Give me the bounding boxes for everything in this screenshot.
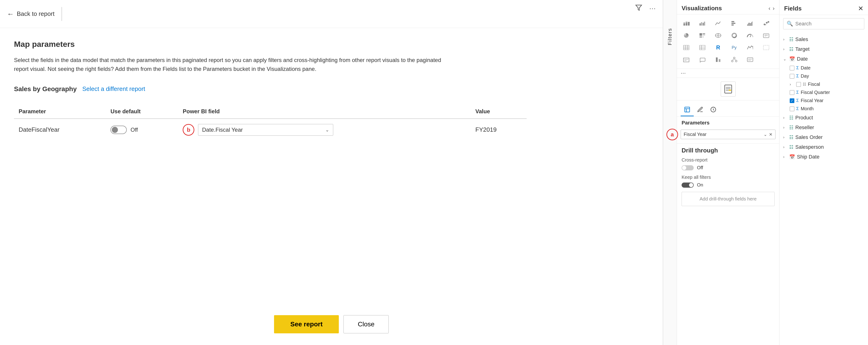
viz-icon-pie[interactable] [681,30,692,41]
params-field-remove[interactable]: ✕ [769,132,772,137]
field-item-day-label: Day [801,74,809,79]
select-different-report-link[interactable]: Select a different report [82,85,145,92]
parameters-field-row: a Fiscal Year ⌄ ✕ [681,130,775,139]
viz-icon-area-chart[interactable] [744,18,756,29]
cross-report-state: Off [697,165,703,170]
salesperson-group-name: Salesperson [795,144,824,150]
filter-icon[interactable] [635,4,642,13]
day-checkbox[interactable] [790,74,794,79]
back-to-report-button[interactable]: ← Back to report [7,10,55,18]
field-item-fiscal[interactable]: › ☷ Fiscal [779,80,868,88]
use-default-toggle[interactable] [111,126,127,134]
power-bi-field-dropdown[interactable]: Date.Fiscal Year ⌄ [198,124,333,136]
viz-icon-r[interactable]: R [713,42,724,53]
params-field-chevron[interactable]: ⌄ [764,132,767,137]
cross-report-thumb [682,166,686,170]
annotation-a: a [666,129,678,140]
svg-rect-6 [700,23,701,26]
parameters-section-title: Parameters [677,117,779,127]
viz-icon-ai[interactable] [713,54,724,65]
field-item-month-label: Month [801,106,814,111]
svg-rect-1 [683,24,685,25]
viz-icon-treemap[interactable] [697,30,708,41]
svg-rect-20 [703,35,705,36]
svg-rect-11 [732,23,736,24]
field-group-header-product[interactable]: › ☷ Product [779,113,868,123]
field-item-date[interactable]: Σ Date [779,64,868,72]
report-title-row: Sales by Geography Select a different re… [14,85,649,93]
viz-icon-table[interactable] [697,42,708,53]
tab-format[interactable] [694,103,707,116]
viz-icon-matrix[interactable] [681,42,692,53]
salesperson-table-icon: ☷ [789,144,794,150]
field-group-header-salesperson[interactable]: › ☷ Salesperson [779,142,868,152]
month-checkbox[interactable] [790,107,794,111]
keep-all-filters-toggle[interactable] [682,182,694,188]
sales-chevron-icon: › [783,37,787,41]
filters-sidebar: Filters [663,0,677,345]
svg-point-14 [764,24,765,25]
field-item-fiscal-quarter[interactable]: Σ Fiscal Quarter [779,88,868,96]
svg-rect-31 [683,45,689,50]
field-group-header-reseller[interactable]: › ☷ Reseller [779,123,868,133]
fiscal-checkbox[interactable] [796,82,801,87]
fiscal-quarter-checkbox[interactable] [790,90,794,95]
param-value: FY2019 [471,119,527,141]
viz-icon-python[interactable]: Py [728,42,740,53]
viz-icon-line-chart[interactable] [713,18,724,29]
reseller-group-name: Reseller [795,124,814,131]
col-header-value: Value [471,105,527,119]
viz-icon-smart-narrative[interactable] [744,54,756,65]
viz-nav-prev[interactable]: ‹ [769,5,770,12]
viz-more-dots[interactable]: ⋯ [677,69,779,78]
field-group-header-sales[interactable]: › ☷ Sales [779,34,868,44]
viz-icon-stacked-bar[interactable] [681,18,692,29]
target-table-icon: ☷ [789,47,794,52]
close-button[interactable]: Close [343,315,389,333]
search-icon: 🔍 [787,21,793,27]
fields-close-button[interactable]: ✕ [858,5,863,12]
viz-icon-decomp[interactable] [728,54,740,65]
svg-rect-36 [700,45,705,50]
fields-search-box[interactable]: 🔍 [783,18,864,29]
field-item-fiscal-year[interactable]: ✓ Σ Fiscal Year [779,96,868,105]
tab-analytics[interactable] [707,103,720,116]
cross-report-toggle[interactable] [682,165,694,170]
table-row: DateFiscalYear Off b [14,119,527,141]
viz-icon-custom[interactable] [744,42,756,53]
field-item-month[interactable]: Σ Month [779,105,868,113]
fiscal-hier-icon: ☷ [803,82,806,86]
more-options-icon[interactable]: ⋯ [649,5,656,12]
viz-icon-gauge[interactable] [744,30,756,41]
params-field-actions: ⌄ ✕ [764,132,772,137]
paginated-report-icon[interactable] [721,82,736,96]
search-input[interactable] [795,21,861,27]
viz-icon-card[interactable] [761,30,772,41]
viz-icon-qna[interactable] [697,54,708,65]
viz-icon-map[interactable] [713,30,724,41]
reseller-chevron-icon: › [783,125,787,130]
see-report-button[interactable]: See report [274,315,339,333]
viz-icon-scatter[interactable] [761,18,772,29]
field-group-header-date[interactable]: ⌄ 📅 Date [779,54,868,64]
product-chevron-icon: › [783,116,787,120]
date-checkbox[interactable] [790,66,794,70]
field-item-day[interactable]: Σ Day [779,72,868,80]
fiscal-year-checkbox[interactable]: ✓ [790,98,794,103]
svg-point-48 [732,60,733,62]
viz-icon-bar-chart[interactable] [728,18,740,29]
viz-nav-next[interactable]: › [773,5,775,12]
dropdown-value: Date.Fiscal Year [202,126,243,133]
viz-icon-blank[interactable] [761,42,772,53]
tab-fields[interactable] [681,103,694,116]
cross-report-track [682,165,694,170]
field-group-header-sales-order[interactable]: › ☷ Sales Order [779,133,868,142]
main-panel: ← Back to report ⋯ Map parameters Select… [0,0,663,345]
viz-icon-donut[interactable] [728,30,740,41]
field-group-header-ship-date[interactable]: › 📅 Ship Date [779,152,868,162]
viz-icon-text-box[interactable] [681,54,692,65]
field-group-header-target[interactable]: › ☷ Target [779,44,868,54]
field-item-fiscal-quarter-label: Fiscal Quarter [801,90,830,95]
viz-icon-clustered-bar[interactable] [697,18,708,29]
visualizations-panel: Visualizations ‹ › [677,0,779,345]
